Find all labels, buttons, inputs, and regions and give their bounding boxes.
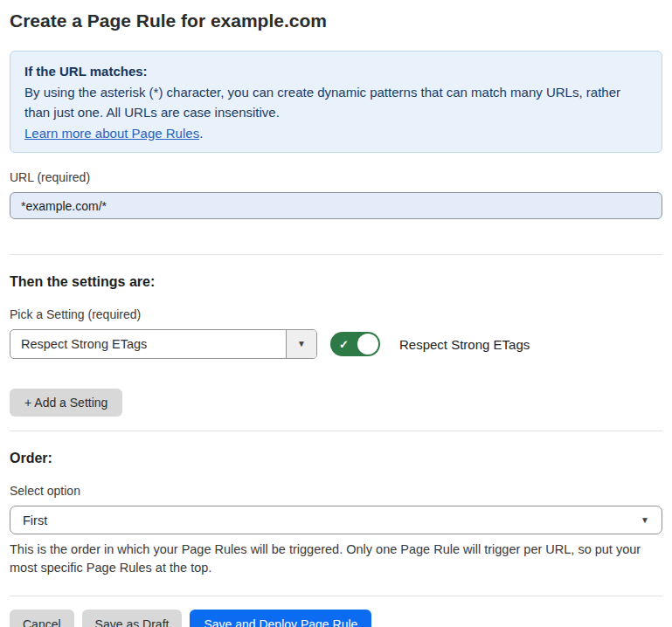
pick-setting-label: Pick a Setting (required) — [10, 307, 662, 321]
url-match-info-box: If the URL matches: By using the asteris… — [10, 51, 662, 153]
chevron-down-icon: ▼ — [641, 516, 649, 525]
setting-select[interactable]: Respect Strong ETags ▼ — [10, 329, 317, 359]
save-and-deploy-button[interactable]: Save and Deploy Page Rule — [190, 610, 371, 627]
learn-more-link[interactable]: Learn more about Page Rules — [24, 126, 199, 141]
order-help-text: This is the order in which your Page Rul… — [10, 541, 656, 577]
order-select-label: Select option — [10, 484, 662, 498]
info-box-body: By using the asterisk (*) character, you… — [24, 82, 623, 123]
toggle-knob — [357, 334, 378, 355]
footer-actions: Cancel Save as Draft Save and Deploy Pag… — [10, 610, 662, 627]
link-suffix: . — [199, 126, 203, 141]
etags-toggle-label: Respect Strong ETags — [399, 337, 530, 352]
etags-toggle[interactable]: ✓ — [330, 332, 380, 356]
setting-select-value: Respect Strong ETags — [10, 330, 286, 358]
setting-row: Respect Strong ETags ▼ ✓ Respect Strong … — [10, 329, 662, 359]
url-input[interactable] — [10, 192, 662, 219]
page-title: Create a Page Rule for example.com — [10, 10, 662, 31]
order-section-heading: Order: — [10, 450, 662, 466]
check-icon: ✓ — [339, 339, 349, 350]
order-select[interactable]: First ▼ — [10, 506, 662, 534]
order-select-value: First — [23, 513, 47, 527]
create-page-rule-form: Create a Page Rule for example.com If th… — [0, 0, 672, 627]
url-field-label: URL (required) — [10, 170, 662, 184]
info-box-link-line: Learn more about Page Rules. — [24, 123, 648, 144]
add-setting-button[interactable]: + Add a Setting — [10, 389, 122, 417]
divider — [10, 254, 662, 255]
caret-down-icon: ▼ — [297, 340, 306, 348]
setting-select-arrow-button[interactable]: ▼ — [286, 330, 316, 358]
divider — [10, 596, 662, 596]
divider — [10, 431, 662, 431]
info-box-heading: If the URL matches: — [24, 61, 648, 82]
cancel-button[interactable]: Cancel — [10, 610, 74, 627]
save-as-draft-button[interactable]: Save as Draft — [82, 610, 183, 627]
settings-section-heading: Then the settings are: — [10, 273, 662, 290]
